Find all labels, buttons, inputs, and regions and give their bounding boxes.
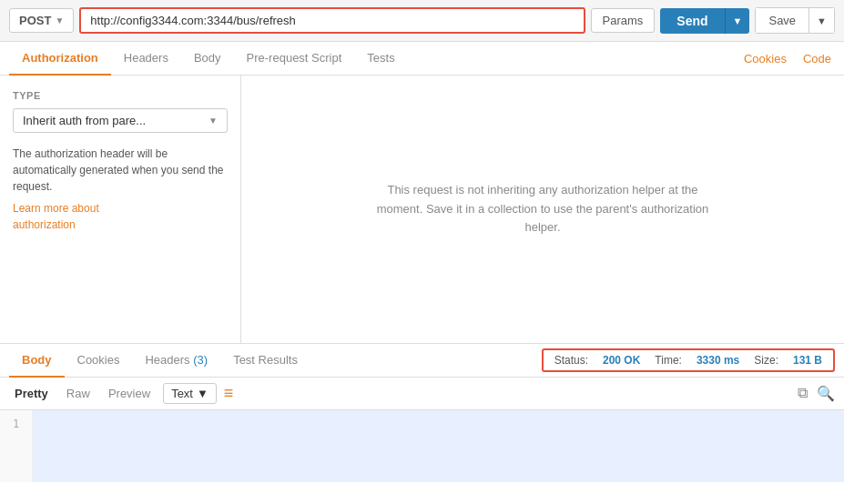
size-value: 131 B — [793, 354, 822, 367]
code-link[interactable]: Code — [799, 43, 835, 75]
time-value: 3330 ms — [697, 354, 739, 367]
line-numbers: 1 — [0, 410, 33, 482]
method-label: POST — [19, 14, 51, 27]
url-input[interactable] — [90, 14, 574, 27]
send-button-group: Send ▼ — [660, 8, 749, 34]
line-number-1: 1 — [0, 418, 32, 430]
main-content: TYPE Inherit auth from pare... ▼ The aut… — [0, 76, 844, 344]
params-button[interactable]: Params — [591, 8, 656, 33]
format-tab-preview[interactable]: Preview — [103, 384, 156, 403]
method-chevron: ▼ — [55, 15, 64, 25]
bottom-tab-body[interactable]: Body — [9, 344, 65, 378]
url-input-wrapper — [79, 7, 585, 34]
copy-icon[interactable]: ⧉ — [798, 385, 808, 402]
type-label: TYPE — [13, 90, 228, 101]
size-label: Size: — [754, 354, 778, 367]
right-panel-message: This request is not inheriting any autho… — [370, 181, 716, 237]
status-bar: Status: 200 OK Time: 3330 ms Size: 131 B — [542, 348, 835, 372]
time-label: Time: — [655, 354, 682, 367]
method-select[interactable]: POST ▼ — [9, 8, 74, 33]
learn-more-text: Learn more about — [13, 202, 99, 215]
save-dropdown-button[interactable]: ▼ — [809, 7, 835, 34]
save-button[interactable]: Save — [755, 7, 809, 34]
format-tab-raw[interactable]: Raw — [61, 384, 96, 403]
text-chevron: ▼ — [197, 387, 208, 400]
tab-body[interactable]: Body — [181, 42, 234, 76]
type-select[interactable]: Inherit auth from pare... ▼ — [13, 108, 228, 133]
type-value: Inherit auth from pare... — [23, 114, 146, 127]
text-label: Text — [171, 387, 193, 400]
top-bar: POST ▼ Params Send ▼ Save ▼ — [0, 0, 844, 42]
right-panel: This request is not inheriting any autho… — [241, 76, 844, 343]
tabs-row: Authorization Headers Body Pre-request S… — [0, 42, 844, 76]
wrap-icon[interactable]: ≡ — [224, 384, 234, 403]
tab-authorization[interactable]: Authorization — [9, 42, 111, 76]
tabs-right: Cookies Code — [740, 43, 835, 75]
status-value: 200 OK — [603, 354, 640, 367]
type-chevron: ▼ — [208, 116, 218, 126]
code-content[interactable] — [33, 410, 844, 482]
authorization-link[interactable]: authorization — [13, 218, 76, 231]
tab-tests[interactable]: Tests — [354, 42, 407, 76]
bottom-tab-headers[interactable]: Headers (3) — [132, 344, 220, 378]
toolbar-right: ⧉ 🔍 — [798, 385, 835, 402]
headers-badge: (3) — [193, 353, 208, 367]
text-type-select[interactable]: Text ▼ — [163, 383, 217, 404]
left-panel: TYPE Inherit auth from pare... ▼ The aut… — [0, 76, 241, 343]
send-button[interactable]: Send — [660, 8, 724, 34]
auth-description: The authorization header will be automat… — [13, 146, 228, 195]
code-area: 1 — [0, 410, 844, 482]
cookies-link[interactable]: Cookies — [740, 43, 790, 75]
tab-prerequest[interactable]: Pre-request Script — [234, 42, 355, 76]
bottom-tabs-row: Body Cookies Headers (3) Test Results St… — [0, 344, 844, 378]
headers-label: Headers — [145, 353, 189, 367]
format-tab-pretty[interactable]: Pretty — [9, 384, 54, 403]
bottom-tab-cookies[interactable]: Cookies — [65, 344, 133, 378]
send-dropdown-button[interactable]: ▼ — [725, 8, 750, 34]
save-button-group: Save ▼ — [755, 7, 835, 34]
search-icon[interactable]: 🔍 — [817, 385, 835, 402]
format-toolbar: Pretty Raw Preview Text ▼ ≡ ⧉ 🔍 — [0, 378, 844, 410]
bottom-tab-test-results[interactable]: Test Results — [220, 344, 310, 378]
tab-headers[interactable]: Headers — [111, 42, 181, 76]
status-label: Status: — [554, 354, 588, 367]
learn-more-link[interactable]: Learn more about authorization — [13, 200, 228, 233]
